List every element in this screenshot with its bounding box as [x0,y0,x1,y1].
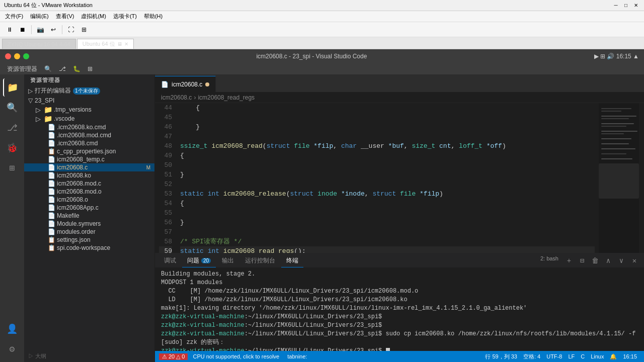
panel-trash-button[interactable]: 🗑 [590,255,601,266]
tree-item-cmd[interactable]: 📄 .icm20608.cmd [24,139,154,147]
project-section[interactable]: ▽ 23_SPI [24,96,154,105]
menu-search[interactable]: 🔍 [41,64,55,73]
tree-item-temp-c[interactable]: 📄 icm20608_temp.c [24,155,154,163]
vscode-minimize-button[interactable] [14,53,20,59]
tree-item-o[interactable]: 📄 icm20608.o [24,196,154,204]
status-line-ending[interactable]: LF [565,353,578,360]
panel-tab-terminal[interactable]: 终端 [281,254,303,267]
open-editors-section[interactable]: ▷ 打开的编辑器 1个未保存 [24,85,154,96]
editor-tab-icm20608[interactable]: 📄 icm20608.c [155,76,216,92]
menu-debug[interactable]: 🐛 [70,64,84,73]
close-button[interactable]: ✕ [632,2,640,10]
menu-tabs[interactable]: 选项卡(T) [110,12,140,21]
status-tabnine[interactable]: tabnine: [284,353,310,359]
tree-item-mod-cmd[interactable]: 📄 .icm20608.mod.cmd [24,131,154,139]
tree-item-ko[interactable]: 📄 icm20608.ko [24,171,154,179]
vscode-close-button[interactable] [5,53,11,59]
tree-item-workspace[interactable]: 📋 spi.code-workspace [24,244,154,252]
menu-edit[interactable]: 编辑(E) [27,12,52,21]
activity-extensions[interactable]: ⊞ [3,159,21,177]
code-line-48: ssize_t icm20608_read(struct file *filp,… [180,141,595,151]
menu-help[interactable]: 帮助(H) [141,12,166,21]
status-spaces[interactable]: 空格: 4 [520,353,543,360]
tree-item-app-c[interactable]: 📄 icm20608App.c [24,204,154,212]
tree-item-cpp-props[interactable]: 📋 c_cpp_properties.json [24,147,154,155]
status-warnings[interactable]: CPU not supported, click to resolve [190,353,282,359]
code-line-56: } [180,218,595,227]
fullscreen-button[interactable]: ⛶ [65,24,76,35]
panel-tabs: 调试 问题 20 输出 运行控制台 终端 [155,254,644,268]
minimize-button[interactable]: ─ [612,2,620,10]
unity-button[interactable]: ⊞ [78,24,90,35]
menu-file[interactable]: 文件(F) [2,12,26,21]
panel-tab-debug[interactable]: 调试 [159,254,181,267]
tree-item-symvers[interactable]: 📄 Module.symvers [24,220,154,228]
editor-scrollbar[interactable] [639,103,644,253]
activity-git[interactable]: ⎇ [3,119,21,137]
tree-item-mod-c[interactable]: 📄 icm20608.mod.c [24,179,154,188]
term-line-3: CC [M] /home/zzk/linux/IMX6ULL/Linux_Dri… [161,287,638,296]
breadcrumb-symbol[interactable]: icm20608_read_regs [198,94,255,101]
status-time: 16:15 [620,353,640,360]
vm-tab-ubuntu[interactable]: Ubuntu 64 位 🖥 ✕ [77,39,134,49]
tree-item-modules-order[interactable]: 📄 modules.order [24,228,154,236]
minimap[interactable] [599,103,639,253]
activity-settings[interactable]: ⚙ [3,340,21,358]
svg-rect-1 [601,108,631,109]
code-line-44: { [180,103,595,113]
status-linux[interactable]: Linux [588,353,607,360]
status-position[interactable]: 行 59，列 33 [482,353,520,360]
sidebar-bottom-hint[interactable]: ▷ 大纲 [24,350,154,362]
folder-color-icon: 📁 [44,106,52,114]
tree-item-settings-json[interactable]: 📋 settings.json [24,236,154,244]
term-line-7: zzk@zzk-virtual-machine:~/linux/IMX6ULL/… [161,321,638,330]
tree-item-mod-o[interactable]: 📄 icm20608.mod.o [24,188,154,196]
activity-account[interactable]: 👤 [3,320,21,338]
panel-actions: 2: bash + ⊟ 🗑 ∧ ∨ ✕ [537,255,640,266]
tree-item-icm20608-c[interactable]: 📄 icm20608.c M [24,163,154,171]
vscode-maximize-button[interactable] [23,53,29,59]
terminal-content[interactable]: Building modules, stage 2. MODPOST 1 mod… [155,268,644,351]
panel-split-button[interactable]: ⊟ [577,255,588,266]
tree-item-vscode-folder[interactable]: ▷ 📁 .vscode [24,114,154,123]
menu-vm[interactable]: 虚拟机(M) [78,12,109,21]
code-line-52 [180,179,595,189]
activity-search[interactable]: 🔍 [3,99,21,117]
svg-rect-7 [601,131,637,132]
tree-item-makefile[interactable]: 📄 Makefile [24,212,154,220]
status-errors[interactable]: ⚠ ⚠ 20 20 △ 0 [159,353,188,360]
panel-chevron-up[interactable]: ∧ [603,255,614,266]
panel-tab-debug-console[interactable]: 运行控制台 [240,254,280,267]
menu-git[interactable]: ⎇ [56,64,69,73]
vm-tab-close[interactable]: ✕ [124,41,128,47]
status-language[interactable]: C [578,353,588,360]
status-bell[interactable]: 🔔 [607,353,620,360]
vscode-main: 📁 🔍 ⎇ 🐞 ⊞ 👤 ⚙ 资源管理器 ▷ 打开的编辑器 1个未保存 [0,74,644,362]
breadcrumb-file[interactable]: icm20608.c [161,94,192,101]
panel-chevron-down-btn[interactable]: ∨ [616,255,627,266]
vm-tab-zynq[interactable]: ZYNQ Ubuntu 16.04.4-64 [2,39,76,49]
revert-button[interactable]: ↩ [48,24,59,35]
menu-resources[interactable]: 资源管理器 [4,64,40,74]
modified-dot: M [146,165,150,170]
menu-view[interactable]: 查看(V) [53,12,77,21]
panel-tab-output[interactable]: 输出 [217,254,239,267]
panel-close-button[interactable]: ✕ [629,255,640,266]
terminal-panel: 调试 问题 20 输出 运行控制台 终端 [155,253,644,351]
status-encoding[interactable]: UTF-8 [543,353,565,360]
vscode-menu: 资源管理器 🔍 ⎇ 🐛 ⊞ [0,63,644,74]
activity-explorer[interactable]: 📁 [3,78,21,97]
tree-item-ko-cmd[interactable]: 📄 .icm20608.ko.cmd [24,123,154,131]
menu-extensions[interactable]: ⊞ [85,64,96,73]
stop-button[interactable]: ⏹ [17,24,28,35]
code-editor[interactable]: 44 45 46 47 48 49 50 51 52 53 54 55 [155,103,599,253]
snapshot-button[interactable]: 📷 [35,24,46,35]
panel-tab-problems[interactable]: 问题 20 [182,254,216,267]
activity-debug[interactable]: 🐞 [3,139,21,157]
code-content[interactable]: { } ssize_t icm20608_read(struct file *f… [176,103,599,253]
tree-item-tmp-versions[interactable]: ▷ 📁 .tmp_versions [24,105,154,114]
panel-add-button[interactable]: + [564,255,575,266]
pause-button[interactable]: ⏸ [4,24,15,35]
maximize-button[interactable]: □ [622,2,630,10]
project-name: 23_SPI [35,97,54,104]
